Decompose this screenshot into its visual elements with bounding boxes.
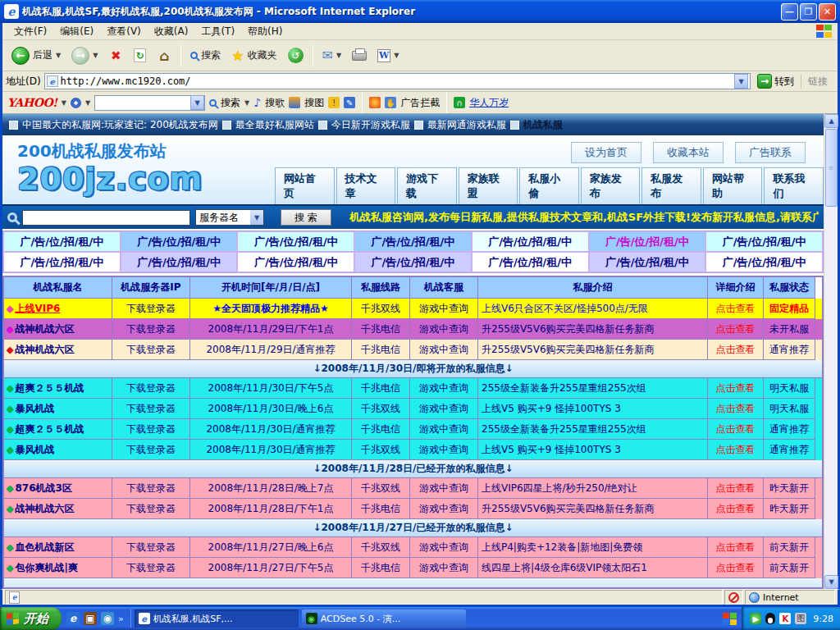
ad-slot[interactable]: 广/告/位/招/租/中 xyxy=(589,231,706,252)
history-button[interactable]: ↺ xyxy=(284,46,308,65)
server-name-link[interactable]: 超爽２５５机战 xyxy=(15,422,84,436)
topbar-link[interactable]: 今日新开游戏私服 xyxy=(331,118,410,132)
back-button[interactable]: ← 后退 ▼ xyxy=(7,45,65,66)
server-name-link[interactable]: 战神机战六区 xyxy=(15,502,74,516)
loader-link[interactable]: 下载登录器 xyxy=(112,558,190,578)
yahoo-flower-dropdown-icon[interactable]: ▼ xyxy=(85,99,90,107)
loader-link[interactable]: 下载登录器 xyxy=(112,499,190,519)
nav-tab[interactable]: 私服小偷 xyxy=(519,167,579,204)
loader-link[interactable]: 下载登录器 xyxy=(112,537,190,558)
tray-play-icon[interactable]: ▶ xyxy=(750,613,761,624)
loader-link[interactable]: 下载登录器 xyxy=(112,478,190,499)
scroll-down-icon[interactable]: ▼ xyxy=(824,575,838,589)
title-bar[interactable]: e 机战私服,机战SF,最好机战私服,200机战私服发布网 - Microsof… xyxy=(0,0,840,23)
detail-link[interactable]: 点击查看 xyxy=(708,499,764,519)
loader-link[interactable]: 下载登录器 xyxy=(112,378,190,399)
detail-link[interactable]: 点击查看 xyxy=(708,340,764,360)
quicklaunch-player-icon[interactable]: ◉ xyxy=(101,612,114,625)
menu-item[interactable]: 文件(F) xyxy=(7,23,53,40)
ad-slot[interactable]: 广/告/位/招/租/中 xyxy=(589,252,706,272)
yahoo-image-label[interactable]: 搜图 xyxy=(304,96,324,110)
nav-tab[interactable]: 网站首页 xyxy=(275,167,335,204)
header-button[interactable]: 收藏本站 xyxy=(653,142,724,163)
header-button[interactable]: 广告联系 xyxy=(735,142,806,163)
mail-dropdown-icon[interactable]: ▼ xyxy=(336,52,341,59)
task-button-ie[interactable]: e 机战私服,机战SF,... xyxy=(135,609,299,628)
loader-link[interactable]: 下载登录器 xyxy=(112,419,190,440)
ad-slot[interactable]: 广/告/位/招/租/中 xyxy=(354,252,472,272)
scroll-up-icon[interactable]: ▲ xyxy=(824,114,838,128)
print-button[interactable] xyxy=(348,49,371,62)
server-name-link[interactable]: 暴风机战 xyxy=(15,402,54,416)
detail-link[interactable]: 点击查看 xyxy=(708,419,764,440)
address-dropdown-icon[interactable]: ▼ xyxy=(734,74,748,89)
address-input[interactable]: e http://www.mc1920.com/ ▼ xyxy=(44,73,751,89)
yahoo-search-input[interactable]: ▼ xyxy=(94,95,205,111)
links-label[interactable]: 链接 xyxy=(801,75,834,89)
scroll-thumb[interactable]: ≡ xyxy=(825,129,838,207)
nav-tab[interactable]: 私服发布 xyxy=(641,167,701,204)
server-name-link[interactable]: 血色机战新区 xyxy=(15,541,74,555)
image-search-icon[interactable] xyxy=(289,97,300,108)
loader-link[interactable]: 下载登录器 xyxy=(112,440,190,460)
topbar-link[interactable]: 机战私服 xyxy=(523,118,563,132)
header-button[interactable]: 设为首页 xyxy=(571,142,641,163)
yahoo-flower-icon[interactable] xyxy=(71,98,81,108)
home-button[interactable]: ⌂ xyxy=(153,47,176,65)
select-dropdown-icon[interactable]: ▼ xyxy=(250,210,263,225)
yahoo-search-dropdown-icon[interactable]: ▼ xyxy=(244,99,249,107)
refresh-button[interactable]: ↻ xyxy=(130,47,150,64)
ad-slot[interactable]: 广/告/位/招/租/中 xyxy=(237,231,354,252)
ad-slot[interactable]: 广/告/位/招/租/中 xyxy=(472,252,589,272)
topbar-link[interactable]: 最全最好私服网站 xyxy=(235,118,314,132)
detail-link[interactable]: 点击查看 xyxy=(708,399,764,419)
loader-link[interactable]: 下载登录器 xyxy=(112,399,190,419)
maximize-button[interactable]: ❐ xyxy=(800,3,817,21)
loader-link[interactable]: 下载登录器 xyxy=(112,340,190,360)
site-logo[interactable]: 200jz.com xyxy=(17,162,273,195)
ad-slot[interactable]: 广/告/位/招/租/中 xyxy=(3,252,121,272)
yahoo-dropdown-icon[interactable]: ▼ xyxy=(62,99,66,107)
yahoo-promo-link[interactable]: 华人万岁 xyxy=(469,96,509,110)
menu-item[interactable]: 查看(V) xyxy=(100,23,148,40)
ad-slot[interactable]: 广/告/位/招/租/中 xyxy=(3,231,121,252)
site-search-input[interactable] xyxy=(22,210,190,226)
tray-qq-icon[interactable] xyxy=(765,613,775,624)
fire-icon[interactable] xyxy=(369,97,381,108)
forward-button[interactable]: → ▼ xyxy=(67,45,102,66)
server-name-link[interactable]: 暴风机战 xyxy=(15,443,54,457)
ad-slot[interactable]: 广/告/位/招/租/中 xyxy=(705,231,823,252)
task-button-acdsee[interactable]: ◉ ACDSee 5.0 - 演... xyxy=(302,609,466,628)
ad-slot[interactable]: 广/告/位/招/租/中 xyxy=(472,231,589,252)
go-button[interactable]: → 转到 xyxy=(754,74,797,89)
alert-icon[interactable]: ! xyxy=(328,97,340,108)
tray-kav-icon[interactable]: K xyxy=(779,613,791,624)
topbar-link[interactable]: 最新网通游戏私服 xyxy=(427,118,506,132)
yahoo-song-label[interactable]: 搜歌 xyxy=(265,96,285,110)
vertical-scrollbar[interactable]: ▲ ≡ ▼ xyxy=(824,114,838,589)
ad-slot[interactable]: 广/告/位/招/租/中 xyxy=(705,252,823,272)
ad-slot[interactable]: 广/告/位/招/租/中 xyxy=(237,252,354,272)
server-name-link[interactable]: 战神机战六区 xyxy=(15,343,74,357)
loader-link[interactable]: 下载登录器 xyxy=(112,319,190,340)
detail-link[interactable]: 点击查看 xyxy=(708,378,764,399)
minimize-button[interactable]: — xyxy=(781,3,798,21)
ad-slot[interactable]: 广/告/位/招/租/中 xyxy=(121,231,238,252)
detail-link[interactable]: 点击查看 xyxy=(708,440,764,460)
server-name-link[interactable]: 战神机战六区 xyxy=(15,322,74,336)
quicklaunch-ie-icon[interactable]: e xyxy=(66,612,80,625)
search-button[interactable]: 搜索 xyxy=(186,47,225,64)
detail-link[interactable]: 点击查看 xyxy=(708,478,764,499)
ad-slot[interactable]: 广/告/位/招/租/中 xyxy=(354,231,472,252)
start-button[interactable]: 开始 xyxy=(0,607,62,630)
ad-slot[interactable]: 广/告/位/招/租/中 xyxy=(121,252,238,272)
hand-block-icon[interactable]: ✋ xyxy=(385,97,396,108)
taskbar-flag-icon[interactable] xyxy=(723,613,737,625)
detail-link[interactable]: 点击查看 xyxy=(708,558,764,578)
nav-tab[interactable]: 游戏下载 xyxy=(397,167,457,204)
word-dropdown-icon[interactable]: ▼ xyxy=(394,52,399,59)
detail-link[interactable]: 点击查看 xyxy=(708,319,764,340)
pencil-icon[interactable]: ✎ xyxy=(344,97,355,108)
nav-tab[interactable]: 家族发布 xyxy=(581,167,641,204)
menu-item[interactable]: 工具(T) xyxy=(194,23,241,40)
